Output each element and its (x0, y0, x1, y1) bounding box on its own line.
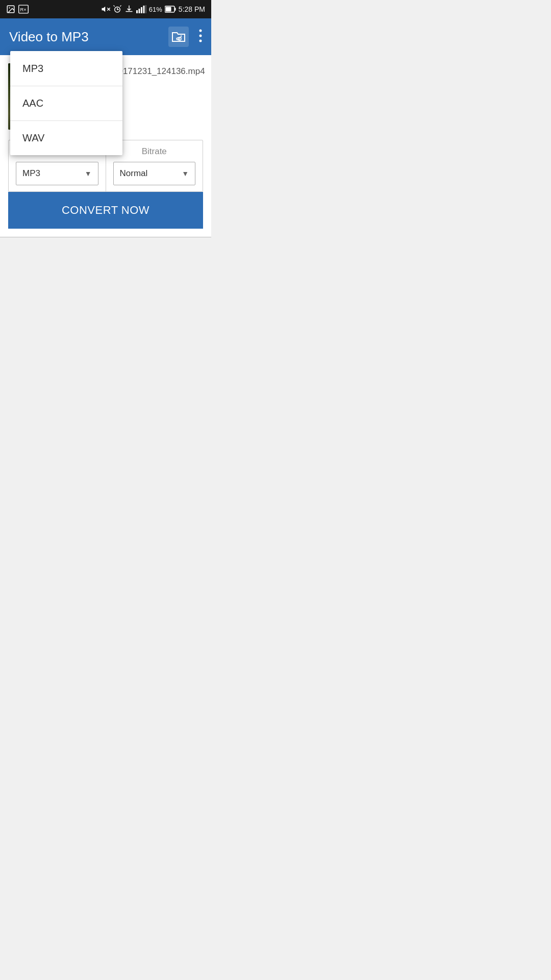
status-right-icons: 61% 5:28 PM (101, 5, 205, 14)
dropdown-option-wav[interactable]: WAV (10, 120, 122, 155)
svg-text:R×: R× (20, 7, 27, 12)
status-left-icons: R× (6, 5, 29, 14)
format-dropdown-value: MP3 (22, 168, 40, 179)
svg-point-23 (199, 30, 202, 32)
svg-rect-12 (138, 9, 140, 13)
svg-rect-13 (141, 7, 142, 13)
rx-icon: R× (18, 5, 29, 14)
battery-percent: 61% (149, 6, 162, 13)
svg-point-24 (199, 35, 202, 37)
video-info: 20171231_124136.mp4 (113, 63, 205, 78)
app-bar-actions (168, 27, 202, 47)
folder-music-button[interactable] (168, 27, 189, 47)
alarm-icon (113, 5, 122, 14)
dropdown-option-mp3[interactable]: MP3 (10, 51, 122, 86)
dropdown-option-mp3-label: MP3 (22, 63, 43, 75)
format-dropdown-menu: MP3 AAC WAV (10, 51, 122, 155)
svg-rect-11 (136, 10, 138, 13)
more-menu-button[interactable] (199, 29, 202, 44)
svg-point-1 (9, 7, 10, 8)
bitrate-dropdown-value: Normal (120, 168, 148, 179)
bitrate-label: Bitrate (113, 146, 196, 157)
bitrate-dropdown-arrow: ▼ (182, 169, 189, 178)
svg-rect-14 (143, 6, 144, 13)
signal-icon (136, 5, 146, 13)
svg-rect-15 (145, 5, 146, 13)
download-icon (124, 5, 134, 14)
format-dropdown[interactable]: MP3 ▼ (16, 162, 98, 185)
bottom-area (0, 237, 211, 470)
status-bar: R× 61% (0, 0, 211, 18)
svg-point-25 (199, 40, 202, 42)
folder-music-icon (171, 31, 186, 43)
app-bar: Video to MP3 (0, 18, 211, 55)
svg-line-9 (113, 6, 114, 7)
convert-now-button[interactable]: CONVERT NOW (8, 192, 203, 229)
dropdown-option-aac-label: AAC (22, 97, 43, 109)
app-title: Video to MP3 (9, 29, 89, 45)
svg-rect-17 (165, 7, 171, 12)
status-time: 5:28 PM (179, 5, 205, 13)
video-filename: 20171231_124136.mp4 (113, 65, 205, 78)
battery-icon (165, 6, 176, 13)
mute-icon (101, 5, 110, 14)
bitrate-dropdown[interactable]: Normal ▼ (113, 162, 196, 185)
svg-line-10 (120, 6, 121, 7)
dropdown-option-wav-label: WAV (22, 132, 44, 144)
more-vertical-icon (199, 29, 202, 42)
format-dropdown-arrow: ▼ (85, 169, 92, 178)
dropdown-option-aac[interactable]: AAC (10, 86, 122, 120)
image-icon (6, 5, 15, 14)
svg-rect-18 (174, 8, 176, 11)
convert-now-label: CONVERT NOW (62, 204, 149, 217)
